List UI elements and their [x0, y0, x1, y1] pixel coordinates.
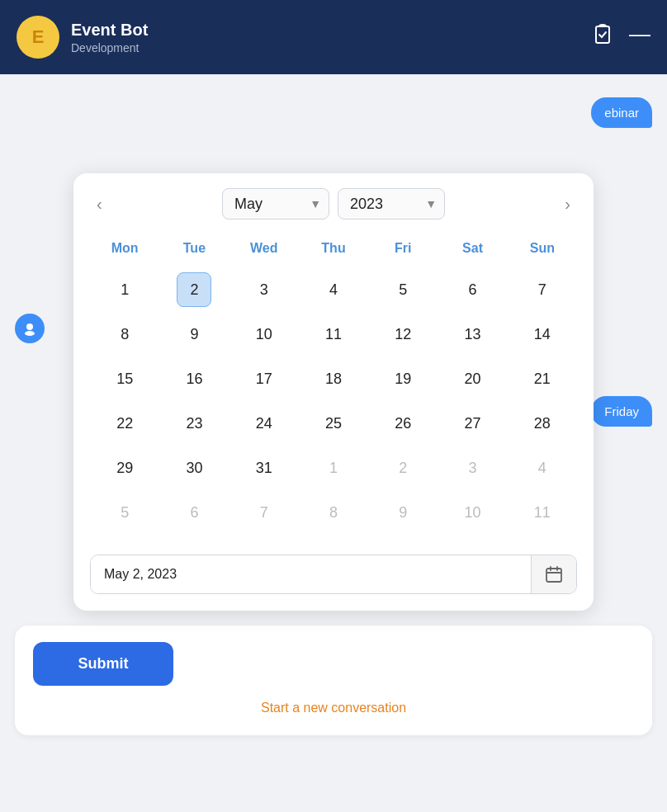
calendar-day[interactable]: 24	[247, 406, 281, 441]
calendar-day-cell: 11	[508, 490, 577, 535]
calendar-day[interactable]: 15	[107, 361, 142, 396]
calendar-day[interactable]: 28	[525, 406, 560, 441]
submit-button[interactable]: Submit	[33, 642, 173, 686]
svg-rect-3	[546, 569, 561, 582]
header-info: Event Bot Development	[71, 21, 148, 54]
calendar-day-cell: 3	[229, 267, 299, 312]
app-title: Event Bot	[71, 21, 148, 40]
calendar-day[interactable]: 22	[107, 406, 142, 441]
calendar-icon-button[interactable]	[531, 555, 576, 593]
calendar-day[interactable]: 14	[525, 317, 560, 352]
calendar-day[interactable]: 26	[386, 406, 420, 441]
weekday-label: Thu	[299, 234, 368, 267]
header-right: —	[591, 23, 650, 51]
calendar-day-cell: 2	[368, 446, 438, 490]
calendar-day[interactable]: 18	[316, 361, 351, 396]
chat-bubble-friday: Friday	[591, 396, 652, 427]
calendar-day-cell: 24	[229, 401, 299, 446]
app-subtitle: Development	[71, 41, 148, 54]
calendar-day-cell: 20	[438, 356, 507, 401]
calendar-day-cell: 12	[368, 312, 438, 356]
date-input-field[interactable]	[91, 555, 531, 593]
calendar-day[interactable]: 20	[456, 361, 490, 396]
calendar-day-cell: 30	[159, 446, 229, 490]
calendar-weekdays: MonTueWedThuFriSatSun	[90, 234, 577, 267]
calendar-selectors: May ▼ 2023 ▼	[109, 188, 559, 220]
bot-avatar-small	[15, 314, 45, 343]
calendar-days[interactable]: 1234567891011121314151617181920212223242…	[90, 267, 577, 535]
calendar-day-other: 2	[386, 451, 420, 485]
next-month-button[interactable]: ›	[558, 191, 577, 217]
weekday-label: Fri	[368, 234, 438, 267]
calendar-day[interactable]: 5	[386, 272, 420, 307]
calendar-day[interactable]: 2	[177, 272, 211, 307]
calendar-day[interactable]: 3	[247, 272, 281, 307]
new-conversation-link[interactable]: Start a new conversation	[33, 701, 634, 715]
calendar-day-cell: 9	[368, 490, 438, 535]
calendar-day-cell: 16	[159, 356, 229, 401]
weekday-label: Sun	[508, 234, 577, 267]
calendar-day[interactable]: 23	[177, 406, 211, 441]
calendar-day-other: 6	[177, 495, 211, 530]
calendar-day-cell: 19	[368, 356, 438, 401]
calendar-day-cell: 17	[229, 356, 299, 401]
calendar-day-cell: 25	[299, 401, 368, 446]
calendar-day-cell: 13	[438, 312, 507, 356]
calendar-day-cell: 21	[508, 356, 577, 401]
calendar-day-cell: 6	[159, 490, 229, 535]
calendar-day[interactable]: 10	[247, 317, 281, 352]
calendar-day-cell: 5	[368, 267, 438, 312]
calendar-day[interactable]: 19	[386, 361, 420, 396]
calendar-day-other: 3	[456, 451, 490, 485]
calendar-day[interactable]: 29	[107, 451, 142, 485]
calendar-day-cell: 8	[90, 312, 159, 356]
calendar-day-cell: 14	[508, 312, 577, 356]
calendar-day-cell: 18	[299, 356, 368, 401]
main-content: ebinar Friday ‹ May ▼ 2023	[0, 74, 667, 812]
bottom-bar: Submit Start a new conversation	[15, 626, 652, 735]
calendar-day-cell: 7	[508, 267, 577, 312]
calendar-day[interactable]: 6	[456, 272, 490, 307]
date-input-area	[90, 555, 577, 594]
calendar-day[interactable]: 16	[177, 361, 211, 396]
calendar-day[interactable]: 12	[386, 317, 420, 352]
calendar-day[interactable]: 1	[107, 272, 142, 307]
calendar-day[interactable]: 13	[456, 317, 490, 352]
calendar-day-other: 11	[525, 495, 560, 530]
calendar-day[interactable]: 7	[525, 272, 560, 307]
calendar-day-cell: 10	[438, 490, 507, 535]
calendar-day-cell: 11	[299, 312, 368, 356]
calendar-day-cell: 22	[90, 401, 159, 446]
calendar-day[interactable]: 11	[316, 317, 351, 352]
calendar-day[interactable]: 31	[247, 451, 281, 485]
calendar-day[interactable]: 9	[177, 317, 211, 352]
weekday-label: Tue	[159, 234, 229, 267]
calendar-day[interactable]: 27	[456, 406, 490, 441]
calendar-day-cell: 1	[299, 446, 368, 490]
calendar-day-other: 1	[316, 451, 351, 485]
calendar-day-cell: 5	[90, 490, 159, 535]
calendar-day-cell: 23	[159, 401, 229, 446]
year-select[interactable]: 2023	[338, 188, 445, 220]
year-selector-wrapper: 2023 ▼	[338, 188, 445, 220]
svg-point-1	[26, 323, 33, 330]
calendar-day-cell: 29	[90, 446, 159, 490]
calendar-day-cell: 28	[508, 401, 577, 446]
chat-bubble-webinar: ebinar	[591, 97, 652, 128]
month-select[interactable]: May	[222, 188, 329, 220]
calendar-day[interactable]: 30	[177, 451, 211, 485]
svg-rect-0	[596, 26, 609, 43]
app-header: E Event Bot Development —	[0, 0, 667, 74]
prev-month-button[interactable]: ‹	[90, 191, 109, 217]
calendar-day[interactable]: 25	[316, 406, 351, 441]
calendar-day-cell: 6	[438, 267, 507, 312]
calendar-day[interactable]: 4	[316, 272, 351, 307]
calendar-day[interactable]: 17	[247, 361, 281, 396]
calendar-day[interactable]: 21	[525, 361, 560, 396]
calendar-day[interactable]: 8	[107, 317, 142, 352]
chat-report-icon[interactable]	[591, 23, 614, 51]
calendar-day-cell: 26	[368, 401, 438, 446]
calendar-day-cell: 3	[438, 446, 507, 490]
calendar-day-other: 10	[456, 495, 490, 530]
minimize-button[interactable]: —	[629, 23, 650, 45]
